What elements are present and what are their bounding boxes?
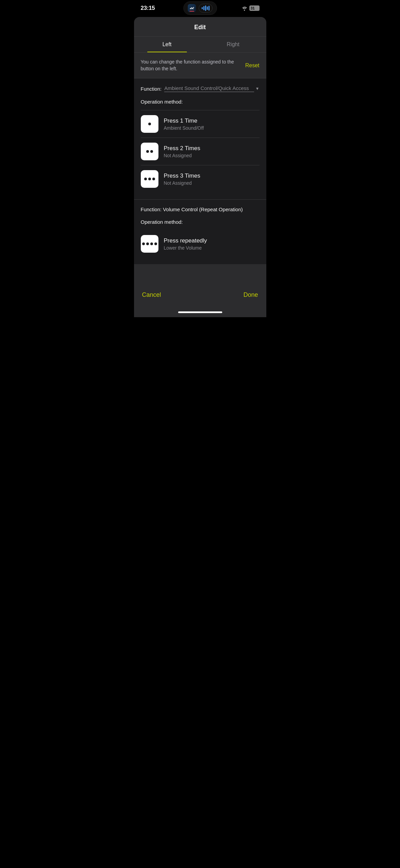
status-right-icons: 31 [242, 5, 260, 11]
operation-sub-repeat: Lower the Volume [164, 245, 260, 251]
operation-name-2: Press 2 Times [164, 145, 260, 152]
battery-indicator: 31 [249, 5, 260, 11]
sound-wave-indicator [198, 4, 212, 13]
footer: Cancel Done [134, 285, 266, 309]
reset-button[interactable]: Reset [245, 62, 260, 69]
operation-text-repeat: Press repeatedly Lower the Volume [164, 237, 260, 251]
status-time: 23:15 [141, 5, 155, 12]
modal-title: Edit [194, 24, 206, 31]
spacer [134, 264, 266, 285]
modal-header: Edit [134, 17, 266, 37]
chevron-down-icon: ▼ [255, 86, 260, 91]
dynamic-island-area [183, 1, 217, 15]
home-bar [178, 311, 222, 313]
tabs-container: Left Right [134, 37, 266, 53]
function-value: Ambient Sound Control/Quick Access [164, 85, 254, 92]
press-2-icon [141, 143, 158, 160]
wifi-icon [242, 6, 247, 11]
svg-point-3 [191, 7, 192, 8]
modal-sheet: Edit Left Right You can change the funct… [134, 17, 266, 317]
operation-press-2[interactable]: Press 2 Times Not Assigned [141, 138, 260, 165]
operation-name-repeat: Press repeatedly [164, 237, 260, 244]
operation-method-label-2: Operation method: [141, 219, 260, 225]
operation-press-3[interactable]: Press 3 Times Not Assigned [141, 165, 260, 193]
svg-point-2 [190, 8, 191, 9]
press-1-icon [141, 115, 158, 133]
cancel-button[interactable]: Cancel [142, 291, 161, 299]
operation-method-label-1: Operation method: [141, 99, 260, 105]
svg-point-4 [192, 8, 193, 9]
dynamic-island [183, 1, 217, 15]
function-section-1: Function: Ambient Sound Control/Quick Ac… [134, 78, 266, 200]
operation-name-1: Press 1 Time [164, 117, 260, 124]
tab-left[interactable]: Left [134, 37, 200, 52]
function-row: Function: Ambient Sound Control/Quick Ac… [141, 85, 260, 92]
operation-press-1[interactable]: Press 1 Time Ambient Sound/Off [141, 110, 260, 138]
operation-text-1: Press 1 Time Ambient Sound/Off [164, 117, 260, 131]
operation-sub-1: Ambient Sound/Off [164, 125, 260, 131]
operation-text-3: Press 3 Times Not Assigned [164, 173, 260, 186]
press-3-icon [141, 170, 158, 188]
function-section-2: Function: Volume Control (Repeat Operati… [134, 200, 266, 264]
svg-point-5 [193, 7, 194, 8]
operation-sub-3: Not Assigned [164, 180, 260, 186]
operation-name-3: Press 3 Times [164, 173, 260, 179]
operation-text-2: Press 2 Times Not Assigned [164, 145, 260, 158]
description-text: You can change the function assigned to … [141, 59, 240, 72]
status-bar: 23:15 [134, 0, 266, 14]
volume-function-label: Function: Volume Control (Repeat Operati… [141, 206, 260, 212]
home-indicator-area [134, 309, 266, 317]
done-button[interactable]: Done [243, 291, 258, 299]
function-dropdown[interactable]: Ambient Sound Control/Quick Access ▼ [164, 85, 259, 92]
press-repeat-icon [141, 235, 158, 253]
description-row: You can change the function assigned to … [134, 53, 266, 78]
operation-sub-2: Not Assigned [164, 153, 260, 158]
app-icon [188, 4, 196, 12]
function-label: Function: [141, 86, 162, 92]
operation-press-repeat[interactable]: Press repeatedly Lower the Volume [141, 230, 260, 257]
tab-right[interactable]: Right [200, 37, 266, 52]
